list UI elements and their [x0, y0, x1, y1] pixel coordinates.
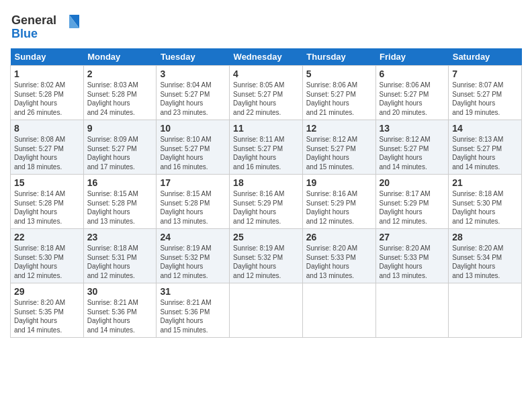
day-number: 18	[233, 177, 299, 188]
calendar-table: SundayMondayTuesdayWednesdayThursdayFrid…	[10, 48, 522, 338]
calendar-cell	[302, 283, 375, 338]
day-info: Sunrise: 8:11 AMSunset: 5:27 PMDaylight …	[233, 135, 299, 171]
day-number: 28	[452, 232, 518, 242]
day-info: Sunrise: 8:15 AMSunset: 5:28 PMDaylight …	[87, 189, 153, 226]
calendar-cell: 14Sunrise: 8:13 AMSunset: 5:27 PMDayligh…	[449, 120, 522, 175]
calendar-cell: 1Sunrise: 8:02 AMSunset: 5:28 PMDaylight…	[11, 66, 84, 120]
page-container: General Blue SundayMondayTuesdayWednesda…	[0, 0, 532, 345]
day-info: Sunrise: 8:18 AMSunset: 5:30 PMDaylight …	[14, 244, 80, 280]
day-info: Sunrise: 8:07 AMSunset: 5:27 PMDaylight …	[452, 81, 518, 117]
day-number: 14	[452, 123, 518, 134]
day-number: 15	[14, 177, 80, 188]
day-number: 1	[14, 68, 80, 79]
calendar-cell: 9Sunrise: 8:09 AMSunset: 5:27 PMDaylight…	[83, 120, 157, 175]
day-number: 20	[380, 177, 445, 188]
day-number: 30	[87, 286, 153, 297]
day-info: Sunrise: 8:04 AMSunset: 5:27 PMDaylight …	[160, 81, 226, 117]
day-number: 9	[87, 123, 153, 134]
day-info: Sunrise: 8:08 AMSunset: 5:27 PMDaylight …	[14, 135, 80, 171]
day-info: Sunrise: 8:02 AMSunset: 5:28 PMDaylight …	[14, 81, 80, 117]
day-number: 26	[306, 232, 372, 242]
calendar-cell: 2Sunrise: 8:03 AMSunset: 5:28 PMDaylight…	[83, 66, 157, 120]
header: General Blue	[10, 7, 522, 44]
day-info: Sunrise: 8:20 AMSunset: 5:35 PMDaylight …	[14, 298, 80, 334]
calendar-week-3: 15Sunrise: 8:14 AMSunset: 5:28 PMDayligh…	[11, 175, 522, 229]
day-number: 10	[160, 123, 226, 134]
calendar-cell: 10Sunrise: 8:10 AMSunset: 5:27 PMDayligh…	[157, 120, 230, 175]
calendar-cell: 31Sunrise: 8:21 AMSunset: 5:36 PMDayligh…	[157, 283, 230, 338]
day-number: 25	[233, 232, 299, 242]
day-number: 7	[452, 68, 518, 79]
day-info: Sunrise: 8:12 AMSunset: 5:27 PMDaylight …	[380, 135, 445, 171]
calendar-cell: 17Sunrise: 8:15 AMSunset: 5:28 PMDayligh…	[157, 175, 230, 229]
day-info: Sunrise: 8:15 AMSunset: 5:28 PMDaylight …	[160, 189, 226, 226]
calendar-cell: 11Sunrise: 8:11 AMSunset: 5:27 PMDayligh…	[230, 120, 303, 175]
day-info: Sunrise: 8:05 AMSunset: 5:27 PMDaylight …	[233, 81, 299, 117]
calendar-cell: 26Sunrise: 8:20 AMSunset: 5:33 PMDayligh…	[302, 229, 375, 283]
day-number: 8	[14, 123, 80, 134]
day-number: 19	[306, 177, 372, 188]
calendar-cell: 18Sunrise: 8:16 AMSunset: 5:29 PMDayligh…	[230, 175, 303, 229]
calendar-cell: 27Sunrise: 8:20 AMSunset: 5:33 PMDayligh…	[375, 229, 449, 283]
calendar-cell: 20Sunrise: 8:17 AMSunset: 5:29 PMDayligh…	[375, 175, 449, 229]
calendar-week-5: 29Sunrise: 8:20 AMSunset: 5:35 PMDayligh…	[11, 283, 522, 338]
day-info: Sunrise: 8:12 AMSunset: 5:27 PMDaylight …	[306, 135, 372, 171]
calendar-cell	[449, 283, 522, 338]
day-number: 3	[160, 68, 226, 79]
weekday-friday: Friday	[375, 48, 449, 66]
day-number: 29	[14, 286, 80, 297]
day-info: Sunrise: 8:20 AMSunset: 5:34 PMDaylight …	[452, 244, 518, 280]
day-info: Sunrise: 8:06 AMSunset: 5:27 PMDaylight …	[380, 81, 445, 117]
day-number: 31	[160, 286, 226, 297]
calendar-cell: 24Sunrise: 8:19 AMSunset: 5:32 PMDayligh…	[157, 229, 230, 283]
calendar-cell: 12Sunrise: 8:12 AMSunset: 5:27 PMDayligh…	[302, 120, 375, 175]
day-number: 16	[87, 177, 153, 188]
day-info: Sunrise: 8:18 AMSunset: 5:31 PMDaylight …	[87, 244, 153, 280]
calendar-cell: 8Sunrise: 8:08 AMSunset: 5:27 PMDaylight…	[11, 120, 84, 175]
day-number: 6	[380, 68, 445, 79]
day-info: Sunrise: 8:18 AMSunset: 5:30 PMDaylight …	[452, 189, 518, 226]
day-info: Sunrise: 8:16 AMSunset: 5:29 PMDaylight …	[306, 189, 372, 226]
day-info: Sunrise: 8:21 AMSunset: 5:36 PMDaylight …	[87, 298, 153, 334]
day-info: Sunrise: 8:09 AMSunset: 5:27 PMDaylight …	[87, 135, 153, 171]
calendar-cell: 21Sunrise: 8:18 AMSunset: 5:30 PMDayligh…	[449, 175, 522, 229]
calendar-cell: 13Sunrise: 8:12 AMSunset: 5:27 PMDayligh…	[375, 120, 449, 175]
day-number: 22	[14, 232, 80, 242]
day-info: Sunrise: 8:17 AMSunset: 5:29 PMDaylight …	[380, 189, 445, 226]
weekday-header-row: SundayMondayTuesdayWednesdayThursdayFrid…	[11, 48, 522, 66]
day-info: Sunrise: 8:13 AMSunset: 5:27 PMDaylight …	[452, 135, 518, 171]
weekday-wednesday: Wednesday	[230, 48, 303, 66]
day-info: Sunrise: 8:14 AMSunset: 5:28 PMDaylight …	[14, 189, 80, 226]
svg-text:Blue: Blue	[11, 27, 38, 40]
calendar-cell	[230, 283, 303, 338]
day-number: 17	[160, 177, 226, 188]
calendar-cell: 7Sunrise: 8:07 AMSunset: 5:27 PMDaylight…	[449, 66, 522, 120]
day-number: 5	[306, 68, 372, 79]
day-number: 2	[87, 68, 153, 79]
weekday-monday: Monday	[83, 48, 157, 66]
day-info: Sunrise: 8:16 AMSunset: 5:29 PMDaylight …	[233, 189, 299, 226]
day-info: Sunrise: 8:10 AMSunset: 5:27 PMDaylight …	[160, 135, 226, 171]
calendar-cell: 29Sunrise: 8:20 AMSunset: 5:35 PMDayligh…	[11, 283, 84, 338]
weekday-sunday: Sunday	[11, 48, 84, 66]
calendar-cell: 28Sunrise: 8:20 AMSunset: 5:34 PMDayligh…	[449, 229, 522, 283]
calendar-cell: 6Sunrise: 8:06 AMSunset: 5:27 PMDaylight…	[375, 66, 449, 120]
day-number: 21	[452, 177, 518, 188]
logo-text: General Blue	[10, 9, 81, 44]
weekday-tuesday: Tuesday	[157, 48, 230, 66]
logo: General Blue	[10, 9, 81, 44]
calendar-cell: 15Sunrise: 8:14 AMSunset: 5:28 PMDayligh…	[11, 175, 84, 229]
day-info: Sunrise: 8:19 AMSunset: 5:32 PMDaylight …	[233, 244, 299, 280]
calendar-cell: 22Sunrise: 8:18 AMSunset: 5:30 PMDayligh…	[11, 229, 84, 283]
weekday-thursday: Thursday	[302, 48, 375, 66]
weekday-saturday: Saturday	[449, 48, 522, 66]
day-number: 12	[306, 123, 372, 134]
day-number: 13	[380, 123, 445, 134]
svg-text:General: General	[11, 13, 56, 27]
calendar-cell: 3Sunrise: 8:04 AMSunset: 5:27 PMDaylight…	[157, 66, 230, 120]
calendar-cell: 23Sunrise: 8:18 AMSunset: 5:31 PMDayligh…	[83, 229, 157, 283]
calendar-cell	[375, 283, 449, 338]
day-number: 11	[233, 123, 299, 134]
day-number: 27	[380, 232, 445, 242]
calendar-cell: 30Sunrise: 8:21 AMSunset: 5:36 PMDayligh…	[83, 283, 157, 338]
